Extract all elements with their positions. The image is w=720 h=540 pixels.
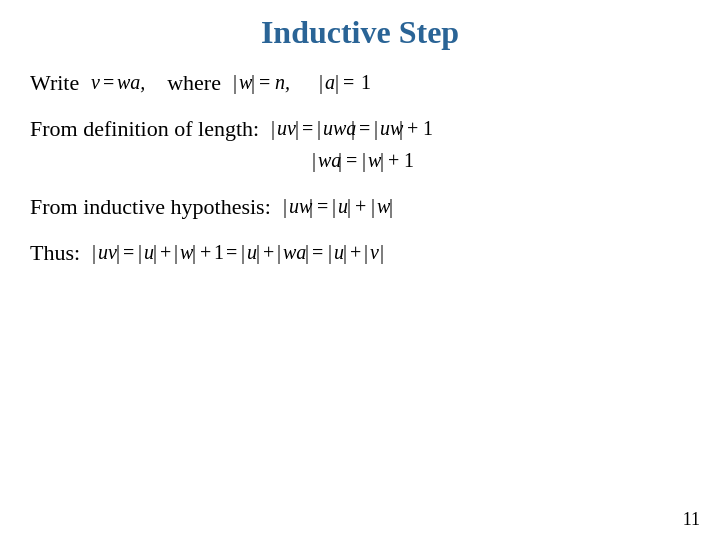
svg-text:|: | — [371, 195, 375, 218]
svg-text:wa,: wa, — [117, 71, 145, 93]
svg-text:|: | — [271, 117, 275, 140]
svg-text:|: | — [343, 241, 347, 264]
svg-text:+: + — [350, 241, 361, 263]
svg-text:1: 1 — [361, 71, 371, 93]
svg-text:|: | — [174, 241, 178, 264]
svg-text:uv: uv — [277, 117, 296, 139]
svg-text:|: | — [319, 71, 323, 94]
svg-text:=: = — [346, 149, 357, 171]
svg-text:1: 1 — [423, 117, 433, 139]
wa-eq-row: | wa | = | w | + 1 — [310, 147, 690, 175]
svg-text:|: | — [233, 71, 237, 94]
svg-text:+: + — [388, 149, 399, 171]
svg-text:|: | — [364, 241, 368, 264]
svg-text:=: = — [103, 71, 114, 93]
math-uw-eq: | uw | = | u | + | w | — [281, 193, 441, 221]
svg-text:|: | — [317, 117, 321, 140]
svg-text:|: | — [328, 241, 332, 264]
svg-text:=: = — [343, 71, 354, 93]
from-def-label: From definition of length: — [30, 116, 259, 142]
svg-text:|: | — [351, 117, 355, 140]
math-uv-eq: | uv | = | uwa | = | uw | + 1 — [269, 115, 479, 143]
svg-text:|: | — [138, 241, 142, 264]
slide-title: Inductive Step — [30, 10, 690, 51]
svg-text:|: | — [92, 241, 96, 264]
svg-text:|: | — [192, 241, 196, 264]
svg-text:=: = — [312, 241, 323, 263]
svg-text:+: + — [263, 241, 274, 263]
svg-text:n,: n, — [275, 71, 290, 93]
math-a-eq-1: | a | = 1 — [317, 69, 385, 97]
svg-text:+: + — [200, 241, 211, 263]
svg-text:|: | — [241, 241, 245, 264]
svg-text:v: v — [370, 241, 379, 263]
svg-text:|: | — [399, 117, 403, 140]
svg-text:+: + — [407, 117, 418, 139]
svg-text:=: = — [302, 117, 313, 139]
math-v-eq-wa: v = wa, — [89, 69, 157, 97]
svg-text:uv: uv — [98, 241, 117, 263]
svg-text:|: | — [332, 195, 336, 218]
write-label: Write — [30, 70, 79, 96]
svg-text:|: | — [305, 241, 309, 264]
where-label: where — [167, 70, 221, 96]
svg-text:|: | — [309, 195, 313, 218]
svg-text:|: | — [389, 195, 393, 218]
svg-text:|: | — [116, 241, 120, 264]
thus-label: Thus: — [30, 240, 80, 266]
thus-row: Thus: | uv | = | u | + | w | + 1 = | u |… — [30, 239, 690, 267]
svg-text:|: | — [277, 241, 281, 264]
svg-text:|: | — [295, 117, 299, 140]
svg-text:=: = — [359, 117, 370, 139]
svg-text:|: | — [347, 195, 351, 218]
write-row: Write v = wa, where | w | = n, | a | = 1 — [30, 69, 690, 97]
svg-text:|: | — [256, 241, 260, 264]
svg-text:=: = — [123, 241, 134, 263]
svg-text:|: | — [153, 241, 157, 264]
svg-text:|: | — [335, 71, 339, 94]
svg-text:+: + — [160, 241, 171, 263]
slide-container: Inductive Step Write v = wa, where | w |… — [0, 0, 720, 540]
svg-text:|: | — [283, 195, 287, 218]
from-def-row: From definition of length: | uv | = | uw… — [30, 115, 690, 143]
svg-text:|: | — [374, 117, 378, 140]
svg-text:1: 1 — [214, 241, 224, 263]
math-w-eq-n: | w | = n, — [231, 69, 307, 97]
svg-text:=: = — [317, 195, 328, 217]
svg-text:=: = — [226, 241, 237, 263]
svg-text:+: + — [355, 195, 366, 217]
svg-text:wa: wa — [283, 241, 306, 263]
svg-text:|: | — [251, 71, 255, 94]
from-ind-label: From inductive hypothesis: — [30, 194, 271, 220]
svg-text:a: a — [325, 71, 335, 93]
page-number: 11 — [683, 509, 700, 530]
svg-text:1: 1 — [404, 149, 414, 171]
svg-text:v: v — [91, 71, 100, 93]
svg-text:|: | — [380, 241, 384, 264]
svg-text:|: | — [362, 149, 366, 172]
from-ind-row: From inductive hypothesis: | uw | = | u … — [30, 193, 690, 221]
svg-text:|: | — [312, 149, 316, 172]
math-wa-eq: | wa | = | w | + 1 — [310, 147, 450, 175]
math-thus-eq: | uv | = | u | + | w | + 1 = | u | + | w… — [90, 239, 510, 267]
svg-text:|: | — [380, 149, 384, 172]
svg-text:=: = — [259, 71, 270, 93]
svg-text:|: | — [338, 149, 342, 172]
